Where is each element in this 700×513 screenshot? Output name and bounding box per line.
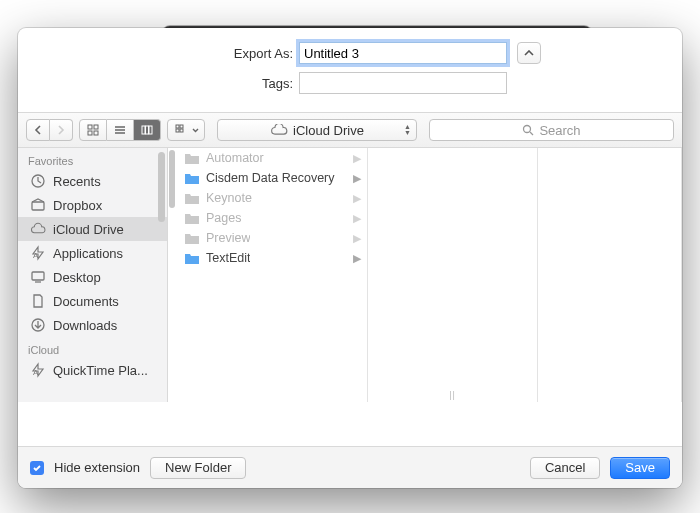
search-icon [522, 124, 534, 136]
svg-rect-16 [176, 129, 179, 132]
back-button[interactable] [26, 119, 50, 141]
sidebar-item-label: Desktop [53, 270, 101, 285]
folder-label: Cisdem Data Recovery [206, 171, 335, 185]
folder-item[interactable]: Preview▶ [178, 228, 367, 248]
folder-item[interactable]: Keynote▶ [178, 188, 367, 208]
folder-icon [184, 212, 200, 225]
sidebar-item-dropbox[interactable]: Dropbox [18, 193, 167, 217]
downloads-icon [30, 317, 46, 333]
svg-text:A: A [33, 368, 39, 377]
svg-rect-23 [32, 272, 44, 280]
folder-label: Keynote [206, 191, 252, 205]
chevron-right-icon: ▶ [353, 252, 361, 265]
folder-label: TextEdit [206, 251, 250, 265]
sidebar-item-applications[interactable]: AApplications [18, 241, 167, 265]
folder-icon [184, 252, 200, 265]
sidebar-item-desktop[interactable]: Desktop [18, 265, 167, 289]
chevron-right-icon: ▶ [353, 212, 361, 225]
dropbox-icon [30, 197, 46, 213]
chevron-up-icon [524, 50, 534, 57]
folder-icon [184, 232, 200, 245]
group-by-button[interactable] [167, 119, 205, 141]
svg-rect-7 [94, 131, 98, 135]
chevron-right-icon: ▶ [353, 172, 361, 185]
folder-item[interactable]: TextEdit▶ [178, 248, 367, 268]
chevron-right-icon: ▶ [353, 192, 361, 205]
tags-input[interactable] [299, 72, 507, 94]
svg-rect-14 [176, 125, 179, 128]
hide-extension-label: Hide extension [54, 460, 140, 475]
sidebar-section-header: iCloud [18, 337, 167, 358]
svg-text:A: A [33, 251, 39, 260]
search-placeholder: Search [539, 123, 580, 138]
folder-label: Pages [206, 211, 241, 225]
sidebar-item-icloud-drive[interactable]: iCloud Drive [18, 217, 167, 241]
documents-icon [30, 293, 46, 309]
chevron-right-icon: ▶ [353, 152, 361, 165]
view-icon-button[interactable] [79, 119, 107, 141]
tags-label: Tags: [159, 76, 299, 91]
folder-icon [184, 192, 200, 205]
collapse-toggle-button[interactable] [517, 42, 541, 64]
sidebar-scrollbar[interactable] [158, 152, 165, 222]
nav-back-forward [26, 119, 73, 141]
sidebar-item-label: iCloud Drive [53, 222, 124, 237]
folder-item[interactable]: Automator▶ [178, 148, 367, 168]
export-as-label: Export As: [159, 46, 299, 61]
cloud-icon [30, 221, 46, 237]
cancel-button[interactable]: Cancel [530, 457, 600, 479]
column-resize-handle[interactable]: || [449, 390, 456, 400]
svg-rect-6 [88, 131, 92, 135]
hide-extension-checkbox[interactable] [30, 461, 44, 475]
chevron-right-icon: ▶ [353, 232, 361, 245]
column-2 [538, 148, 682, 402]
sidebar-item-downloads[interactable]: Downloads [18, 313, 167, 337]
svg-rect-17 [180, 129, 183, 132]
column-0: Automator▶Cisdem Data Recovery▶Keynote▶P… [168, 148, 368, 402]
folder-item[interactable]: Pages▶ [178, 208, 367, 228]
save-button[interactable]: Save [610, 457, 670, 479]
view-column-button[interactable] [134, 119, 161, 141]
sidebar-item-documents[interactable]: Documents [18, 289, 167, 313]
svg-rect-13 [149, 126, 152, 134]
dialog-footer: Hide extension New Folder Cancel Save [18, 446, 682, 488]
view-mode-segment [79, 119, 161, 141]
sidebar-item-label: QuickTime Pla... [53, 363, 148, 378]
svg-rect-15 [180, 125, 183, 128]
svg-rect-4 [88, 125, 92, 129]
sidebar-item-label: Documents [53, 294, 119, 309]
folder-icon [184, 152, 200, 165]
apps-icon: A [30, 245, 46, 261]
location-popup[interactable]: iCloud Drive ▲▼ [217, 119, 417, 141]
forward-button[interactable] [50, 119, 73, 141]
location-label: iCloud Drive [293, 123, 364, 138]
svg-rect-12 [146, 126, 149, 134]
folder-item[interactable]: Cisdem Data Recovery▶ [178, 168, 367, 188]
new-folder-button[interactable]: New Folder [150, 457, 246, 479]
sidebar-item-recents[interactable]: Recents [18, 169, 167, 193]
clock-icon [30, 173, 46, 189]
folder-label: Automator [206, 151, 264, 165]
sidebar-item-label: Applications [53, 246, 123, 261]
sidebar-item-label: Dropbox [53, 198, 102, 213]
sidebar-item-label: Downloads [53, 318, 117, 333]
browser-toolbar: iCloud Drive ▲▼ Search [18, 112, 682, 148]
svg-line-19 [530, 132, 533, 135]
export-as-input[interactable] [299, 42, 507, 64]
sidebar-item-label: Recents [53, 174, 101, 189]
save-sheet-header: Export As: Tags: [18, 28, 682, 112]
svg-point-18 [524, 126, 531, 133]
view-list-button[interactable] [107, 119, 134, 141]
folder-label: Preview [206, 231, 250, 245]
svg-rect-11 [142, 126, 145, 134]
folder-icon [184, 172, 200, 185]
column-scrollbar[interactable] [169, 150, 175, 208]
sidebar-section-header: Favorites [18, 148, 167, 169]
column-1: || [368, 148, 538, 402]
svg-rect-5 [94, 125, 98, 129]
sidebar-item-quicktime-pla-[interactable]: AQuickTime Pla... [18, 358, 167, 382]
desktop-icon [30, 269, 46, 285]
search-field[interactable]: Search [429, 119, 674, 141]
sidebar: FavoritesRecentsDropboxiCloud DriveAAppl… [18, 148, 168, 402]
apps-icon: A [30, 362, 46, 378]
